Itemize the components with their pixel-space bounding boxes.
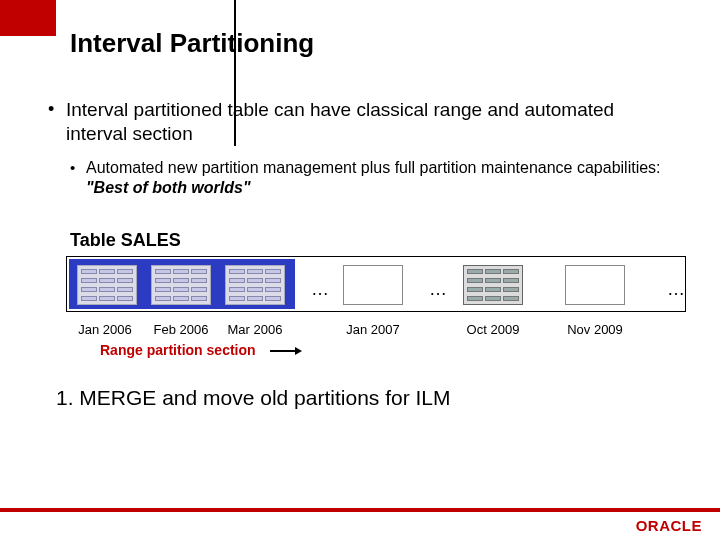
sub-bullet-list: Automated new partition management plus …: [66, 158, 676, 200]
range-section-label: Range partition section: [100, 342, 256, 358]
sub-bullet-text: Automated new partition management plus …: [86, 159, 661, 176]
slide-title: Interval Partitioning: [70, 28, 314, 59]
slide-accent-block: [0, 0, 56, 36]
partition-feb2006: [151, 265, 211, 305]
bullet-item: Interval partitioned table can have clas…: [44, 98, 676, 199]
step-text: 1. MERGE and move old partitions for ILM: [56, 386, 451, 410]
partition-nov2009: [565, 265, 625, 305]
arrow-icon: [270, 350, 300, 352]
label-jan2006: Jan 2006: [70, 322, 140, 337]
sub-bullet-item: Automated new partition management plus …: [66, 158, 676, 200]
label-jan2007: Jan 2007: [338, 322, 408, 337]
range-interval-divider: [234, 0, 236, 146]
table-label: Table SALES: [70, 230, 181, 251]
label-mar2006: Mar 2006: [220, 322, 290, 337]
content-area: Interval partitioned table can have clas…: [44, 98, 676, 209]
label-oct2009: Oct 2009: [458, 322, 528, 337]
bullet-text: Interval partitioned table can have clas…: [66, 99, 614, 144]
footer-accent: [0, 508, 720, 512]
label-feb2006: Feb 2006: [146, 322, 216, 337]
partition-oct2009: [463, 265, 523, 305]
partition-jan2007: [343, 265, 403, 305]
sub-bullet-emph: "Best of both worlds": [86, 179, 251, 196]
ellipsis: …: [311, 279, 329, 300]
partition-jan2006: [77, 265, 137, 305]
oracle-logo: ORACLE: [636, 517, 702, 534]
ellipsis: …: [667, 279, 685, 300]
partition-diagram: … … …: [66, 256, 686, 312]
ellipsis: …: [429, 279, 447, 300]
partition-mar2006: [225, 265, 285, 305]
bullet-list: Interval partitioned table can have clas…: [44, 98, 676, 199]
label-nov2009: Nov 2009: [560, 322, 630, 337]
